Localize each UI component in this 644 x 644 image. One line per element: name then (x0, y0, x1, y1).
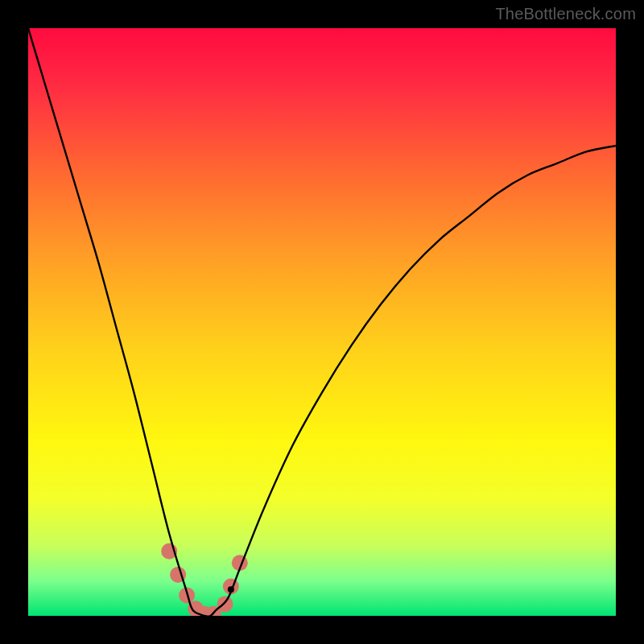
svg-rect-0 (28, 28, 616, 616)
watermark-label: TheBottleneck.com (495, 5, 636, 23)
gradient-background (28, 28, 616, 616)
plot-area (28, 28, 616, 616)
chart-frame: TheBottleneck.com (0, 0, 644, 644)
